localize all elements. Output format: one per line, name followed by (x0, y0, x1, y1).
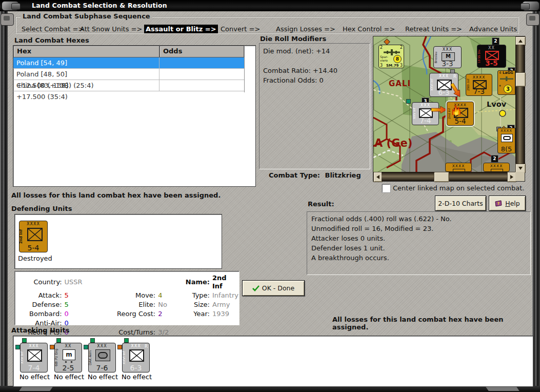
charts-button[interactable]: 2-D-10 Charts (435, 195, 486, 211)
attacking-unit-xxv-inf[interactable]: XXX 7-4 XXV Inf (20, 343, 48, 373)
unit-value: 3-5 (477, 59, 506, 67)
infantry-symbol (27, 228, 43, 241)
attacking-unit-6th-pz-eng[interactable]: XX m 2-5 6th Pz Eng (54, 343, 82, 373)
stack-badge: 2 (491, 155, 498, 163)
unit-name: Breslau (434, 48, 437, 67)
unit-status: No effect (54, 373, 84, 381)
odds-cell: +17.500 (35:4) (13, 91, 98, 103)
ok-done-label: OK - Done (262, 284, 294, 292)
unit-status: No effect (19, 373, 50, 381)
defending-unit-2nd-inf[interactable]: XXXX 5-4 2nd Inf (19, 221, 48, 252)
attacking-unit-dak-arm[interactable]: XXX 7-6 DAK Arm (88, 343, 116, 373)
map-unit-2nd-inf[interactable]: XXXX 5-4 2nd Inf (447, 102, 474, 126)
map-label-galicia: GALI (389, 79, 411, 88)
die-roll-box: Die mod. (net): +14 Combat Ratio: +14.40… (259, 43, 370, 169)
air-rating-disc: 8 (393, 55, 402, 63)
hexes-row-1[interactable]: Poland [48, 50] +12.500 (+13B) (25:4) (13, 69, 244, 80)
window-ornament-left-notch (11, 3, 21, 10)
unit-name: DAK Arm (89, 344, 92, 371)
result-line: Unmodified roll = 16, Modified = 23. (311, 224, 526, 233)
unit-name: XXVI Inf (123, 344, 126, 371)
reorg-flag: R (453, 74, 456, 79)
unit-value: 5-4 (447, 117, 473, 125)
map-unit-lagg[interactable]: 4 LaGG * 3 (497, 70, 515, 95)
unit-size: XXX (21, 344, 47, 348)
subphase-title: Land Combat Subphase Sequence (21, 12, 152, 20)
step-select-combat: Select Combat => (22, 25, 84, 33)
unit-value: 2-5 (55, 364, 82, 372)
unit-size: XXXX (484, 164, 509, 168)
vscroll-track[interactable] (515, 45, 525, 164)
map-view[interactable]: GALI Lvov A (Ge) 2 2 3 2 2 2 2 (373, 36, 515, 172)
map-unit-partial[interactable]: XXXX (445, 163, 472, 172)
unit-size: XX (477, 46, 506, 50)
result-title: Result: (308, 200, 334, 208)
status-dot (90, 338, 95, 343)
status-dot (56, 338, 61, 343)
fire-icon (451, 105, 462, 115)
result-line: Fractional odds (.400) roll was (.622) -… (311, 214, 526, 224)
reorg-flag: R (145, 344, 148, 349)
center-map-checkbox[interactable] (382, 184, 390, 192)
map-unit-sparviero[interactable]: 2 2 Spar- viero 8 3 SM.79 3 (378, 45, 404, 68)
attack-arrow-icon (431, 106, 447, 113)
help-book-icon: ? (494, 200, 503, 207)
map-unit-mech[interactable]: XXXX 8(5 (497, 128, 515, 153)
map-unit-ss[interactable]: XX 3-5 10 SS Div (477, 45, 506, 68)
scrollbar-corner (515, 172, 525, 181)
status-dot (50, 345, 54, 349)
window-left-rail (0, 11, 8, 386)
unit-value: 7-4 (412, 116, 438, 125)
ok-done-button[interactable]: OK - Done (242, 280, 305, 296)
step-retreat-units: Retreat Units => (405, 25, 462, 33)
status-dot (84, 345, 88, 349)
hexes-row-0[interactable]: Poland [54, 49] +14.400 (36:5) (13, 57, 244, 69)
unit-name: 10 SS Div (477, 46, 481, 66)
hexes-listbox: Hex Odds Poland [54, 49] +14.400 (36:5) … (13, 45, 256, 187)
defending-title: Defending Units (11, 205, 72, 212)
map-unit-breslau[interactable]: XXX M 3-3 Breslau (433, 46, 462, 68)
bottom-ornament-left (19, 387, 53, 391)
stack-badge: 2 (492, 37, 499, 45)
unit-name: XXVI Inf (430, 74, 433, 95)
help-button-label: Help (505, 200, 520, 207)
unit-value: 8(5 (498, 145, 515, 153)
map-vscrollbar[interactable] (515, 36, 525, 172)
center-map-label: Center linked map on selected combat. (393, 184, 524, 192)
window-title: Land Combat Selection & Resolution (32, 2, 167, 9)
unit-name: 2nd Inf (19, 222, 23, 251)
map-unit-partial[interactable]: XXXX (483, 163, 510, 172)
step-advance-units: Advance Units (469, 25, 517, 33)
infantry-symbol (129, 349, 144, 362)
engineer-dot (65, 361, 67, 363)
hscroll-thumb[interactable] (434, 172, 449, 182)
die-roll-title: Die Roll Modifiers (260, 35, 326, 43)
losses-note-top: All losses for this land combat hex have… (11, 191, 221, 199)
unit-status: No effect (122, 373, 152, 381)
map-hscrollbar[interactable] (373, 172, 515, 181)
step-convert: Convert => (221, 25, 260, 33)
combat-type-value: Blitzkrieg (325, 171, 361, 179)
hexes-header: Hex Odds (13, 46, 244, 57)
attacking-unit-xxvi-inf[interactable]: XXX R 6-3 XXVI Inf (122, 343, 150, 373)
hex-cell: China [83, 138] (13, 80, 159, 91)
fighter-icon (499, 76, 514, 81)
mini-map-panel: GALI Lvov A (Ge) 2 2 3 2 2 2 2 (373, 36, 525, 182)
unit-value: 3-3 (434, 60, 461, 68)
map-unit-xxv-inf[interactable]: XXX 7-4 XXV Inf (412, 102, 439, 125)
map-unit-29th-inf[interactable]: XXXX 7-3 29th Inf (466, 74, 492, 96)
unit-stat: 2 (380, 45, 383, 50)
attacking-units-box: XXX 7-4 XXV Inf No effect XX m 2-5 6th P… (13, 336, 533, 387)
hex-cell: Poland [48, 50] (13, 69, 159, 80)
unit-size: XXXX (498, 129, 515, 133)
hexes-row-2[interactable]: China [83, 138] +17.500 (35:4) (13, 80, 244, 91)
vscroll-thumb[interactable] (515, 72, 526, 87)
status-dot (15, 345, 20, 349)
losses-note-bottom: All losses for this land combat hex have… (332, 316, 540, 331)
unit-name: 29th Inf (466, 75, 470, 94)
bottom-ornament-right (486, 387, 519, 391)
help-button[interactable]: ? Help (489, 195, 526, 211)
result-line: Attacker loses 0 units. (311, 233, 526, 243)
svg-text:?: ? (497, 202, 499, 206)
step-assault-or-blitz: Assault or Blitz => (144, 25, 218, 33)
